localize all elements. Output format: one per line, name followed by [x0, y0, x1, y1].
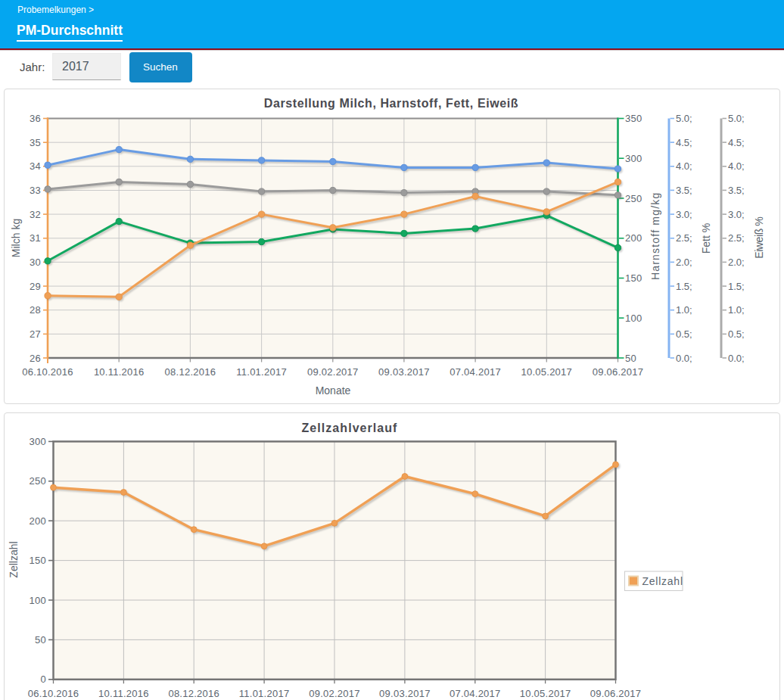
- svg-text:250: 250: [30, 475, 46, 487]
- svg-text:10.05.2017: 10.05.2017: [521, 366, 573, 378]
- svg-text:5.0;: 5.0;: [728, 113, 745, 124]
- svg-text:36: 36: [30, 113, 41, 124]
- svg-text:09.02.2017: 09.02.2017: [307, 366, 359, 378]
- svg-text:0.0;: 0.0;: [728, 353, 745, 364]
- svg-text:33: 33: [30, 185, 41, 196]
- svg-text:28: 28: [30, 304, 41, 316]
- svg-text:06.10.2016: 06.10.2016: [28, 688, 79, 699]
- svg-text:4.0;: 4.0;: [676, 160, 692, 172]
- svg-text:10.05.2017: 10.05.2017: [520, 688, 571, 699]
- svg-text:07.04.2017: 07.04.2017: [450, 366, 501, 378]
- svg-text:100: 100: [30, 595, 46, 606]
- svg-text:3.5;: 3.5;: [728, 185, 745, 196]
- svg-text:5.0;: 5.0;: [676, 113, 692, 124]
- svg-text:4.0;: 4.0;: [728, 160, 745, 172]
- svg-text:Zellzahl: Zellzahl: [642, 575, 683, 587]
- svg-text:300: 300: [625, 153, 642, 164]
- svg-text:3.0;: 3.0;: [676, 209, 692, 220]
- svg-text:09.06.2017: 09.06.2017: [593, 366, 644, 378]
- svg-text:11.01.2017: 11.01.2017: [239, 688, 290, 699]
- svg-text:2.0;: 2.0;: [676, 257, 692, 268]
- svg-text:2.0;: 2.0;: [728, 257, 745, 268]
- svg-text:27: 27: [30, 328, 41, 340]
- svg-text:10.11.2016: 10.11.2016: [94, 366, 145, 378]
- svg-text:11.01.2017: 11.01.2017: [236, 366, 287, 378]
- svg-text:Zellzahlverlauf: Zellzahlverlauf: [302, 422, 398, 434]
- svg-text:09.03.2017: 09.03.2017: [379, 688, 431, 699]
- svg-text:1.0;: 1.0;: [728, 304, 745, 316]
- svg-text:2.5;: 2.5;: [728, 232, 745, 244]
- svg-text:Eiweiß %: Eiweiß %: [753, 217, 765, 259]
- svg-text:300: 300: [30, 436, 46, 447]
- svg-text:Darstellung Milch, Harnstoff,: Darstellung Milch, Harnstoff, Fett, Eiwe…: [264, 97, 518, 110]
- svg-text:26: 26: [30, 353, 41, 364]
- svg-text:08.12.2016: 08.12.2016: [168, 688, 219, 699]
- svg-text:200: 200: [625, 232, 642, 244]
- svg-text:32: 32: [30, 209, 41, 220]
- svg-text:0.5;: 0.5;: [728, 328, 745, 340]
- svg-text:Monate: Monate: [316, 384, 351, 397]
- svg-text:1.5;: 1.5;: [728, 281, 745, 292]
- svg-text:3.0;: 3.0;: [728, 209, 745, 220]
- svg-text:250: 250: [625, 193, 642, 204]
- svg-text:Fett %: Fett %: [700, 223, 712, 254]
- svg-text:2.5;: 2.5;: [676, 232, 692, 244]
- svg-text:31: 31: [30, 232, 41, 244]
- svg-text:350: 350: [625, 113, 642, 124]
- svg-text:29: 29: [30, 281, 41, 292]
- svg-text:100: 100: [625, 313, 642, 324]
- svg-text:3.5;: 3.5;: [676, 185, 692, 196]
- svg-text:Zellzahl: Zellzahl: [8, 541, 20, 577]
- svg-text:10.11.2016: 10.11.2016: [98, 688, 149, 699]
- svg-text:Harnstoff mg/kg: Harnstoff mg/kg: [649, 192, 661, 281]
- svg-text:08.12.2016: 08.12.2016: [165, 366, 216, 378]
- svg-text:09.03.2017: 09.03.2017: [378, 366, 430, 378]
- svg-text:150: 150: [625, 272, 642, 284]
- svg-text:0.5;: 0.5;: [676, 328, 692, 340]
- svg-text:4.5;: 4.5;: [676, 137, 692, 148]
- svg-text:09.06.2017: 09.06.2017: [590, 688, 642, 699]
- svg-text:0.0;: 0.0;: [676, 353, 692, 364]
- svg-text:150: 150: [30, 555, 46, 566]
- svg-text:07.04.2017: 07.04.2017: [450, 688, 501, 699]
- svg-text:35: 35: [30, 137, 41, 148]
- svg-text:30: 30: [30, 257, 41, 268]
- svg-text:50: 50: [35, 634, 46, 646]
- svg-text:06.10.2016: 06.10.2016: [22, 366, 73, 378]
- svg-text:1.5;: 1.5;: [676, 281, 692, 292]
- svg-text:0: 0: [41, 674, 46, 685]
- svg-text:Milch kg: Milch kg: [10, 219, 22, 257]
- svg-text:200: 200: [30, 515, 46, 527]
- svg-text:09.02.2017: 09.02.2017: [309, 688, 360, 699]
- svg-text:1.0;: 1.0;: [676, 304, 692, 316]
- svg-text:50: 50: [625, 353, 636, 364]
- svg-text:34: 34: [30, 160, 41, 172]
- svg-text:4.5;: 4.5;: [728, 137, 745, 148]
